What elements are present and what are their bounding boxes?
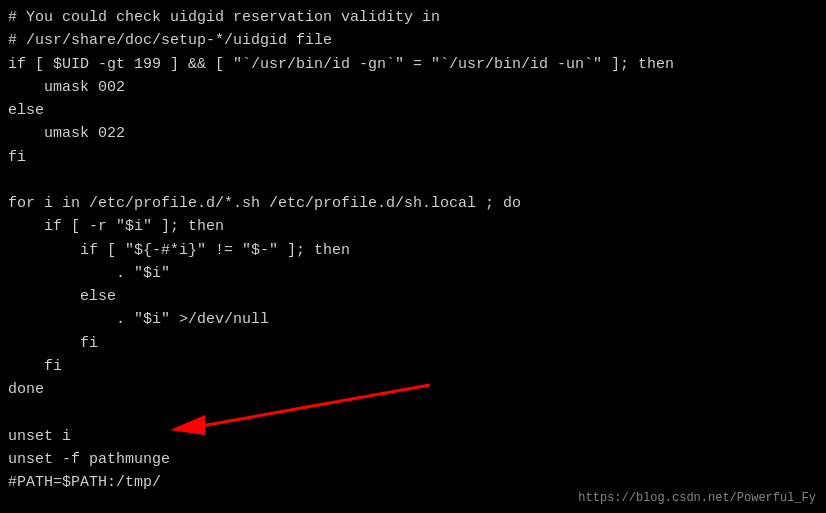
line-7: fi	[8, 146, 818, 169]
line-10: if [ -r "$i" ]; then	[8, 215, 818, 238]
line-19: unset i	[8, 425, 818, 448]
line-blank-1	[8, 169, 818, 192]
line-3: if [ $UID -gt 199 ] && [ "`/usr/bin/id -…	[8, 53, 818, 76]
line-13: else	[8, 285, 818, 308]
line-5: else	[8, 99, 818, 122]
line-9: for i in /etc/profile.d/*.sh /etc/profil…	[8, 192, 818, 215]
watermark: https://blog.csdn.net/Powerful_Fy	[578, 491, 816, 505]
terminal: # You could check uidgid reservation val…	[0, 0, 826, 513]
line-11: if [ "${-#*i}" != "$-" ]; then	[8, 239, 818, 262]
line-12: . "$i"	[8, 262, 818, 285]
line-20: unset -f pathmunge	[8, 448, 818, 471]
line-blank-2	[8, 401, 818, 424]
line-2: # /usr/share/doc/setup-*/uidgid file	[8, 29, 818, 52]
line-15: fi	[8, 332, 818, 355]
line-6: umask 022	[8, 122, 818, 145]
line-16: fi	[8, 355, 818, 378]
line-17: done	[8, 378, 818, 401]
line-1: # You could check uidgid reservation val…	[8, 6, 818, 29]
line-14: . "$i" >/dev/null	[8, 308, 818, 331]
line-4: umask 002	[8, 76, 818, 99]
